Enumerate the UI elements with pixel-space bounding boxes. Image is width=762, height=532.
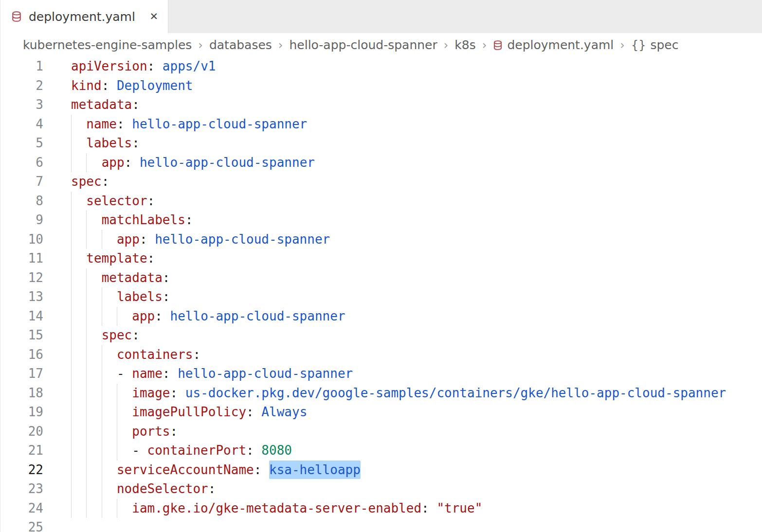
code-text[interactable]: spec: <box>54 172 762 192</box>
indent-whitespace <box>71 366 117 381</box>
line-number[interactable]: 1 <box>0 57 54 76</box>
line-number[interactable]: 3 <box>0 95 54 115</box>
line-number[interactable]: 2 <box>0 76 54 96</box>
code-token: : <box>185 213 193 227</box>
line-number[interactable]: 21 <box>0 441 54 461</box>
breadcrumb-label: k8s <box>454 38 475 52</box>
code-line[interactable]: 9 matchLabels: <box>0 211 762 230</box>
code-text[interactable]: template: <box>54 249 762 268</box>
indent-guide <box>117 403 117 422</box>
code-token: : <box>117 117 132 131</box>
code-line[interactable]: 20 ports: <box>0 422 762 442</box>
line-number[interactable]: 8 <box>0 192 54 211</box>
breadcrumb-item-k8s[interactable]: k8s <box>454 38 475 52</box>
code-line[interactable]: 14 app: hello-app-cloud-spanner <box>0 307 762 326</box>
code-line[interactable]: 22 serviceAccountName: ksa-helloapp <box>0 461 762 480</box>
code-line[interactable]: 16 containers: <box>0 345 762 365</box>
breadcrumb-item-kubernetes-engine-samples[interactable]: kubernetes-engine-samples <box>23 38 192 52</box>
line-number[interactable]: 13 <box>0 287 54 307</box>
breadcrumb-item-hello-app-cloud-spanner[interactable]: hello-app-cloud-spanner <box>289 38 437 52</box>
code-line[interactable]: 11 template: <box>0 249 762 268</box>
line-number[interactable]: 7 <box>0 172 54 192</box>
code-text[interactable]: name: hello-app-cloud-spanner <box>54 115 762 134</box>
code-line[interactable]: 12 metadata: <box>0 268 762 288</box>
code-line[interactable]: 6 app: hello-app-cloud-spanner <box>0 153 762 173</box>
breadcrumb-item-databases[interactable]: databases <box>209 38 272 52</box>
code-text[interactable]: nodeSelector: <box>54 479 762 499</box>
code-text[interactable]: metadata: <box>54 95 762 115</box>
tab-bar: deployment.yaml ✕ <box>0 0 762 33</box>
code-line[interactable]: 13 labels: <box>0 287 762 307</box>
indent-guide <box>102 364 102 384</box>
close-tab-icon[interactable]: ✕ <box>149 12 158 22</box>
code-text[interactable]: matchLabels: <box>54 211 762 230</box>
code-text[interactable]: - containerPort: 8080 <box>54 441 762 461</box>
code-token: - <box>117 366 132 381</box>
line-number[interactable]: 17 <box>0 364 54 384</box>
code-text[interactable]: metadata: <box>54 268 762 288</box>
code-text[interactable]: imagePullPolicy: Always <box>54 403 762 422</box>
indent-guide <box>71 384 72 403</box>
breadcrumb-item-spec[interactable]: {}spec <box>631 38 679 52</box>
line-number[interactable]: 25 <box>0 518 54 532</box>
line-number[interactable]: 4 <box>0 115 54 134</box>
code-line[interactable]: 15 spec: <box>0 326 762 345</box>
code-line[interactable]: 19 imagePullPolicy: Always <box>0 403 762 422</box>
line-number[interactable]: 14 <box>0 307 54 326</box>
code-line[interactable]: 2kind: Deployment <box>0 76 762 96</box>
code-text[interactable] <box>54 518 762 532</box>
code-line[interactable]: 23 nodeSelector: <box>0 479 762 499</box>
line-number[interactable]: 22 <box>0 461 54 480</box>
indent-whitespace <box>71 347 117 362</box>
code-line[interactable]: 17 - name: hello-app-cloud-spanner <box>0 364 762 384</box>
line-number[interactable]: 5 <box>0 134 54 153</box>
line-number[interactable]: 24 <box>0 499 54 518</box>
line-number[interactable]: 23 <box>0 479 54 499</box>
line-number[interactable]: 16 <box>0 345 54 365</box>
code-line[interactable]: 3metadata: <box>0 95 762 115</box>
code-line[interactable]: 5 labels: <box>0 134 762 153</box>
line-number[interactable]: 9 <box>0 211 54 230</box>
code-text[interactable]: labels: <box>54 134 762 153</box>
line-number[interactable]: 18 <box>0 384 54 403</box>
line-number[interactable]: 12 <box>0 268 54 288</box>
code-line[interactable]: 1apiVersion: apps/v1 <box>0 57 762 76</box>
code-text[interactable]: - name: hello-app-cloud-spanner <box>54 364 762 384</box>
code-text[interactable]: image: us-docker.pkg.dev/google-samples/… <box>54 384 762 403</box>
code-line[interactable]: 24 iam.gke.io/gke-metadata-server-enable… <box>0 499 762 518</box>
indent-guide <box>102 230 102 249</box>
code-text[interactable]: kind: Deployment <box>54 76 762 96</box>
line-number[interactable]: 11 <box>0 249 54 268</box>
code-line[interactable]: 18 image: us-docker.pkg.dev/google-sampl… <box>0 384 762 403</box>
code-token: labels <box>86 136 132 150</box>
tab-deployment-yaml[interactable]: deployment.yaml ✕ <box>0 0 168 33</box>
code-text[interactable]: app: hello-app-cloud-spanner <box>54 307 762 326</box>
code-text[interactable]: app: hello-app-cloud-spanner <box>54 230 762 249</box>
line-number[interactable]: 19 <box>0 403 54 422</box>
code-text[interactable]: selector: <box>54 192 762 211</box>
code-line[interactable]: 7spec: <box>0 172 762 192</box>
code-text[interactable]: iam.gke.io/gke-metadata-server-enabled: … <box>54 499 762 518</box>
code-text[interactable]: serviceAccountName: ksa-helloapp <box>54 461 762 480</box>
code-token: labels <box>117 289 163 304</box>
code-line[interactable]: 8 selector: <box>0 192 762 211</box>
code-editor[interactable]: 1apiVersion: apps/v12kind: Deployment3me… <box>0 57 762 532</box>
breadcrumb-item-deployment-yaml[interactable]: deployment.yaml <box>493 38 614 52</box>
code-text[interactable]: ports: <box>54 422 762 442</box>
code-line[interactable]: 21 - containerPort: 8080 <box>0 441 762 461</box>
line-number[interactable]: 20 <box>0 422 54 442</box>
line-number[interactable]: 6 <box>0 153 54 173</box>
code-text[interactable]: labels: <box>54 287 762 307</box>
line-number[interactable]: 15 <box>0 326 54 345</box>
code-token: name <box>86 117 117 131</box>
code-text[interactable]: spec: <box>54 326 762 345</box>
code-text[interactable]: containers: <box>54 345 762 365</box>
code-text[interactable]: app: hello-app-cloud-spanner <box>54 153 762 173</box>
code-token: metadata <box>71 97 132 112</box>
tab-title: deployment.yaml <box>29 10 135 24</box>
code-text[interactable]: apiVersion: apps/v1 <box>54 57 762 76</box>
line-number[interactable]: 10 <box>0 230 54 249</box>
code-line[interactable]: 25 <box>0 518 762 532</box>
code-line[interactable]: 4 name: hello-app-cloud-spanner <box>0 115 762 134</box>
code-line[interactable]: 10 app: hello-app-cloud-spanner <box>0 230 762 249</box>
